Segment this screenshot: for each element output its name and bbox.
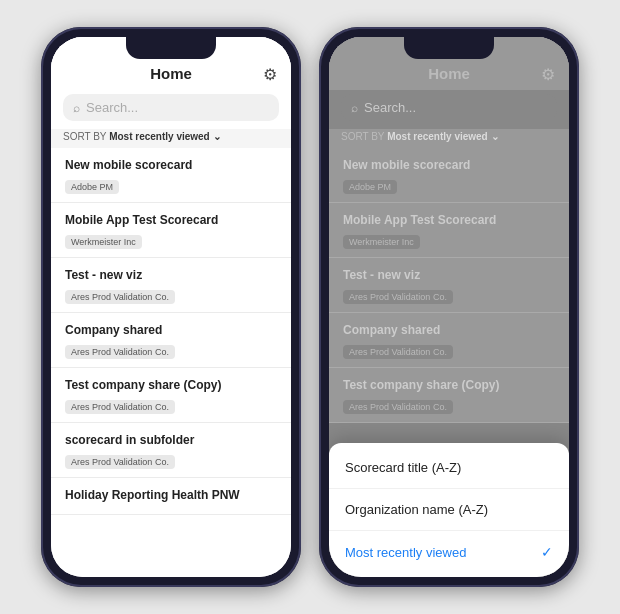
sort-bar[interactable]: SORT BY Most recently viewed ⌄: [329, 129, 569, 148]
item-title: Mobile App Test Scorecard: [65, 213, 277, 227]
dropdown-item[interactable]: Scorecard title (A-Z): [329, 447, 569, 489]
dropdown-item[interactable]: Most recently viewed✓: [329, 531, 569, 573]
item-tag: Werkmeister Inc: [343, 235, 420, 249]
list-item[interactable]: Test - new vizAres Prod Validation Co.: [51, 258, 291, 313]
phone-notch: [404, 37, 494, 59]
item-tag: Ares Prod Validation Co.: [65, 455, 175, 469]
phone-screen: Home⚙⌕Search...SORT BY Most recently vie…: [329, 37, 569, 577]
phone-left: Home⚙⌕Search...SORT BY Most recently vie…: [41, 27, 301, 587]
item-title: Test - new viz: [343, 268, 555, 282]
dropdown-item-label: Most recently viewed: [345, 545, 466, 560]
item-title: Mobile App Test Scorecard: [343, 213, 555, 227]
item-title: Test company share (Copy): [343, 378, 555, 392]
item-title: New mobile scorecard: [343, 158, 555, 172]
list-item[interactable]: Test company share (Copy)Ares Prod Valid…: [329, 368, 569, 423]
checkmark-icon: ✓: [541, 544, 553, 560]
search-bar[interactable]: ⌕Search...: [341, 94, 557, 121]
dropdown-item-label: Scorecard title (A-Z): [345, 460, 461, 475]
sort-dropdown: Scorecard title (A-Z)Organization name (…: [329, 443, 569, 577]
gear-icon[interactable]: ⚙: [541, 65, 555, 84]
item-tag: Ares Prod Validation Co.: [343, 345, 453, 359]
item-title: scorecard in subfolder: [65, 433, 277, 447]
item-tag: Ares Prod Validation Co.: [343, 400, 453, 414]
search-placeholder: Search...: [86, 100, 138, 115]
sort-bar[interactable]: SORT BY Most recently viewed ⌄: [51, 129, 291, 148]
item-tag: Ares Prod Validation Co.: [65, 290, 175, 304]
list-item[interactable]: New mobile scorecardAdobe PM: [329, 148, 569, 203]
list-item[interactable]: Company sharedAres Prod Validation Co.: [329, 313, 569, 368]
phone-screen: Home⚙⌕Search...SORT BY Most recently vie…: [51, 37, 291, 577]
phone-notch: [126, 37, 216, 59]
phones-container: Home⚙⌕Search...SORT BY Most recently vie…: [25, 11, 595, 603]
phone-inner: Home⚙⌕Search...SORT BY Most recently vie…: [329, 37, 569, 577]
item-title: New mobile scorecard: [65, 158, 277, 172]
item-title: Company shared: [65, 323, 277, 337]
item-title: Test company share (Copy): [65, 378, 277, 392]
list-item[interactable]: scorecard in subfolderAres Prod Validati…: [51, 423, 291, 478]
item-tag: Ares Prod Validation Co.: [343, 290, 453, 304]
item-title: Company shared: [343, 323, 555, 337]
list-item[interactable]: Mobile App Test ScorecardWerkmeister Inc: [329, 203, 569, 258]
list-item[interactable]: Test - new vizAres Prod Validation Co.: [329, 258, 569, 313]
phone-right: Home⚙⌕Search...SORT BY Most recently vie…: [319, 27, 579, 587]
search-bar[interactable]: ⌕Search...: [63, 94, 279, 121]
search-placeholder: Search...: [364, 100, 416, 115]
search-icon: ⌕: [73, 101, 80, 115]
item-tag: Werkmeister Inc: [65, 235, 142, 249]
item-tag: Ares Prod Validation Co.: [65, 400, 175, 414]
item-tag: Adobe PM: [65, 180, 119, 194]
list-item[interactable]: New mobile scorecardAdobe PM: [51, 148, 291, 203]
header-title: Home: [428, 65, 470, 82]
item-tag: Ares Prod Validation Co.: [65, 345, 175, 359]
item-title: Holiday Reporting Health PNW: [65, 488, 277, 502]
list-item[interactable]: Company sharedAres Prod Validation Co.: [51, 313, 291, 368]
header-title: Home: [150, 65, 192, 82]
list-item[interactable]: Test company share (Copy)Ares Prod Valid…: [51, 368, 291, 423]
search-icon: ⌕: [351, 101, 358, 115]
list-item[interactable]: Mobile App Test ScorecardWerkmeister Inc: [51, 203, 291, 258]
dropdown-item-label: Organization name (A-Z): [345, 502, 488, 517]
item-tag: Adobe PM: [343, 180, 397, 194]
item-title: Test - new viz: [65, 268, 277, 282]
gear-icon[interactable]: ⚙: [263, 65, 277, 84]
list-item[interactable]: Holiday Reporting Health PNW: [51, 478, 291, 515]
dropdown-item[interactable]: Organization name (A-Z): [329, 489, 569, 531]
phone-inner: Home⚙⌕Search...SORT BY Most recently vie…: [51, 37, 291, 577]
